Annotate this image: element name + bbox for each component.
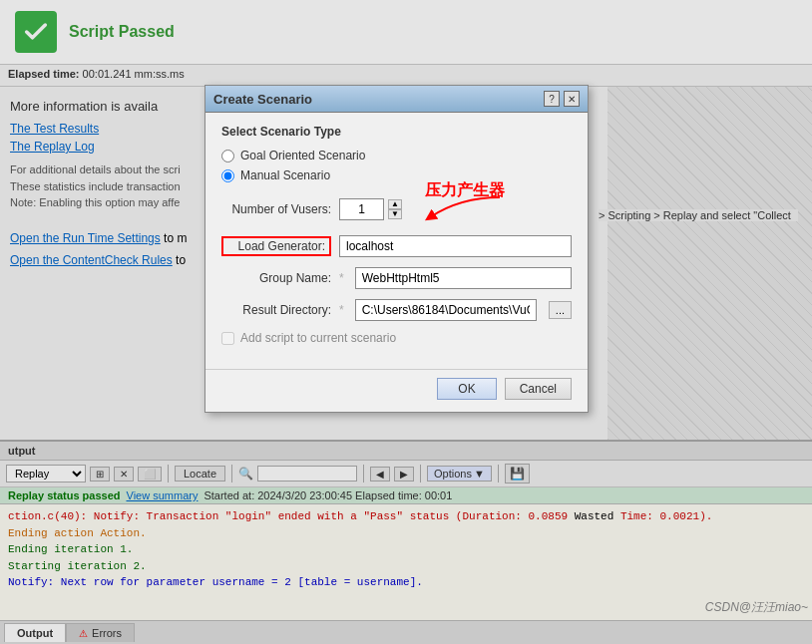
- vuser-input-wrap: ▲ ▼: [339, 198, 402, 220]
- annotation-wrap: 压力产生器: [420, 192, 480, 225]
- dialog-close-button[interactable]: ✕: [564, 91, 580, 107]
- add-script-label: Add script to current scenario: [240, 331, 396, 345]
- dialog-footer: OK Cancel: [205, 369, 588, 412]
- dialog-title: Create Scenario: [213, 92, 312, 107]
- browse-button[interactable]: ...: [549, 301, 572, 319]
- goal-oriented-radio[interactable]: [221, 150, 234, 162]
- load-generator-row: Load Generator:: [221, 235, 572, 257]
- vusers-input[interactable]: [339, 198, 384, 220]
- result-dir-label: Result Directory:: [221, 303, 331, 317]
- group-name-asterisk: *: [339, 271, 344, 285]
- result-dir-asterisk: *: [339, 303, 344, 317]
- add-script-checkbox[interactable]: [221, 332, 234, 345]
- vusers-spinner: ▲ ▼: [388, 199, 402, 219]
- vusers-label: Number of Vusers:: [221, 202, 331, 216]
- manual-scenario-radio[interactable]: [221, 169, 234, 182]
- load-generator-input[interactable]: [339, 235, 572, 257]
- vusers-up-btn[interactable]: ▲: [388, 199, 402, 209]
- group-name-row: Group Name: *: [221, 267, 572, 289]
- vusers-row: Number of Vusers: ▲ ▼ 压力产: [221, 192, 572, 225]
- group-name-input[interactable]: [355, 267, 572, 289]
- manual-scenario-label: Manual Scenario: [240, 168, 330, 182]
- manual-scenario-radio-row: Manual Scenario: [221, 168, 572, 182]
- scenario-section-title: Select Scenario Type: [221, 125, 572, 139]
- add-script-checkbox-row: Add script to current scenario: [221, 331, 572, 345]
- goal-oriented-radio-row: Goal Oriented Scenario: [221, 149, 572, 162]
- vusers-down-btn[interactable]: ▼: [388, 209, 402, 219]
- create-scenario-dialog: Create Scenario ? ✕ Select Scenario Type…: [204, 85, 589, 413]
- ok-button[interactable]: OK: [437, 378, 496, 400]
- dialog-help-button[interactable]: ?: [544, 91, 560, 107]
- dialog-controls: ? ✕: [544, 91, 580, 107]
- goal-oriented-label: Goal Oriented Scenario: [240, 149, 365, 162]
- group-name-label: Group Name:: [221, 271, 331, 285]
- result-dir-row: Result Directory: * ...: [221, 299, 572, 321]
- dialog-titlebar: Create Scenario ? ✕: [205, 86, 588, 113]
- result-dir-input[interactable]: [355, 299, 537, 321]
- scenario-type-radio-group: Goal Oriented Scenario Manual Scenario: [221, 149, 572, 182]
- cancel-button[interactable]: Cancel: [505, 378, 572, 400]
- dialog-body: Select Scenario Type Goal Oriented Scena…: [205, 113, 588, 369]
- annotation-text: 压力产生器: [425, 180, 505, 201]
- load-generator-label: Load Generator:: [221, 236, 331, 256]
